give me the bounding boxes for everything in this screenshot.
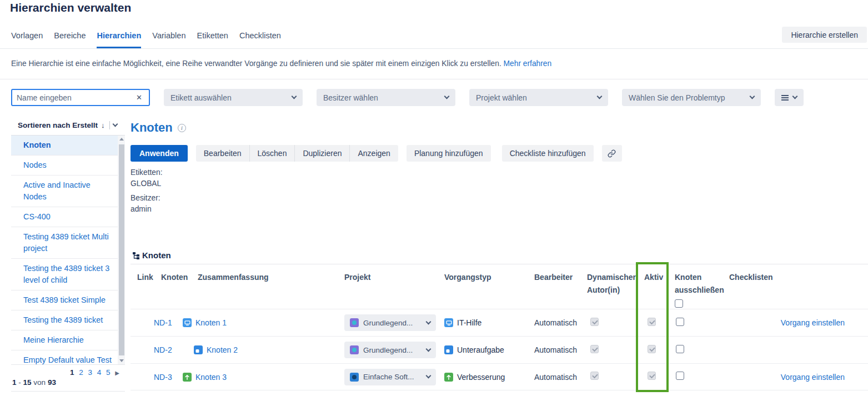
create-hierarchy-button[interactable]: Hierarchie erstellen — [782, 27, 867, 43]
label-filter-select[interactable]: Etikett auswählen — [164, 89, 303, 106]
sidebar-item-meine-hierarchie[interactable]: Meine Hierarchie — [11, 330, 118, 350]
col-exclude-line2: ausschließen — [675, 284, 729, 297]
arrow-down-icon[interactable]: ↓ — [101, 121, 105, 129]
assignee-cell: Automatisch — [534, 373, 587, 382]
delete-button[interactable]: Löschen — [249, 145, 295, 162]
improvement-icon — [183, 373, 192, 382]
sidebar-item-4389-ticket[interactable]: Testing the 4389 ticket — [11, 310, 118, 330]
hierarchy-list: Knoten Nodes Active and Inactive Nodes C… — [11, 136, 118, 364]
exclude-checkbox[interactable] — [676, 345, 684, 353]
chevron-down-icon — [292, 94, 297, 99]
range-sep: - — [18, 378, 21, 387]
dynamic-author-cell — [587, 318, 644, 328]
project-filter-select[interactable]: Projekt wählen — [469, 89, 608, 106]
tab-etiketten[interactable]: Etiketten — [197, 31, 228, 48]
label-filter-value: Etikett auswählen — [170, 93, 232, 102]
set-issue-link[interactable]: Vorgang einstellen — [781, 318, 845, 327]
range-start: 1 — [12, 378, 17, 387]
exclude-checkbox[interactable] — [676, 318, 684, 326]
owner-value: admin — [131, 205, 163, 214]
name-filter-input[interactable] — [17, 93, 134, 102]
page-4[interactable]: 4 — [97, 368, 102, 377]
chevron-down-icon — [597, 94, 603, 99]
node-name-link[interactable]: Knoten 3 — [195, 373, 227, 382]
copy-link-button[interactable] — [602, 145, 622, 162]
chevron-down-icon — [750, 94, 755, 99]
sidebar-item-knoten[interactable]: Knoten — [11, 136, 118, 156]
issuetype-cell: Verbesserung — [444, 373, 534, 382]
checklist-cell: Vorgang einstellen — [729, 372, 868, 382]
project-cell: Einfache Soft... — [344, 369, 444, 385]
issuetype-cell: Unteraufgabe — [444, 345, 534, 354]
sidebar-item-4389-simple[interactable]: Test 4389 ticket Simple — [11, 290, 118, 310]
show-button[interactable]: Anzeigen — [349, 145, 398, 162]
project-select[interactable]: Grundlegend... — [344, 342, 436, 358]
tab-variablen[interactable]: Variablen — [152, 31, 185, 48]
sidebar-item-cs400[interactable]: CS-400 — [11, 207, 118, 227]
sidebar-item-active-inactive[interactable]: Active and Inactive Nodes — [11, 176, 118, 207]
col-issuetype: Vorgangstyp — [444, 264, 534, 312]
issuetype-cell: IT-Hilfe — [444, 318, 534, 327]
node-key-link[interactable]: ND-1 — [154, 318, 183, 327]
chevron-down-icon — [792, 94, 798, 99]
sidebar-item-4389-multi[interactable]: Testing 4389 ticket Multi project — [11, 227, 118, 259]
page-3[interactable]: 3 — [88, 368, 92, 377]
duplicate-button[interactable]: Duplizieren — [294, 145, 349, 162]
issuetype-filter-select[interactable]: Wählen Sie den Problemtyp — [622, 89, 761, 106]
tab-bar: Vorlagen Bereiche Hierarchien Variablen … — [11, 31, 281, 48]
node-name-link[interactable]: Knoten 1 — [195, 318, 227, 327]
col-exclude: Knoten ausschließen — [675, 264, 729, 312]
labels-value: GLOBAL — [131, 179, 163, 188]
detail-meta: Etiketten: GLOBAL Besitzer: admin — [131, 168, 163, 216]
filter-bar: ✕ Etikett auswählen Besitzer wählen Proj… — [11, 89, 804, 106]
page-1[interactable]: 1 — [70, 368, 74, 377]
sidebar-item-nodes[interactable]: Nodes — [11, 156, 118, 176]
view-options-button[interactable] — [775, 89, 804, 106]
scrollbar-thumb[interactable] — [119, 144, 124, 355]
add-checklist-button[interactable]: Checkliste hinzufügen — [502, 145, 594, 162]
apply-button[interactable]: Anwenden — [131, 145, 188, 162]
sidebar-item-empty-default[interactable]: Empty Default value Test — [11, 350, 118, 364]
owner-filter-select[interactable]: Besitzer wählen — [317, 89, 455, 106]
play-arrow-icon[interactable]: ▶ — [115, 370, 119, 376]
col-link: Link — [137, 264, 161, 312]
set-issue-link[interactable]: Vorgang einstellen — [781, 373, 845, 382]
col-assignee: Bearbeiter — [534, 264, 587, 312]
chain-link-icon — [608, 149, 616, 158]
exclude-cell — [675, 372, 729, 382]
detail-header: Knoten i — [131, 121, 186, 135]
exclude-checkbox[interactable] — [676, 372, 684, 380]
scroll-down-icon[interactable] — [119, 359, 124, 362]
chevron-down-icon[interactable] — [112, 122, 118, 127]
nodes-table: Knoten Link Knoten Zusammenfassung Proje… — [131, 247, 868, 390]
sidebar-item-4389-3level[interactable]: Testing the 4389 ticket 3 level of child — [11, 259, 118, 290]
add-planning-button[interactable]: Planung hinzufügen — [407, 145, 491, 162]
table-section-title: Knoten — [142, 250, 171, 260]
page-5[interactable]: 5 — [106, 368, 111, 377]
issuetype-filter-value: Wählen Sie den Problemtyp — [629, 93, 725, 102]
project-select[interactable]: Einfache Soft... — [344, 369, 436, 385]
dynamic-author-checkbox — [590, 345, 599, 353]
subtask-icon — [194, 345, 203, 354]
clear-x-icon[interactable]: ✕ — [134, 93, 144, 102]
dynamic-author-cell — [587, 345, 644, 355]
tab-hierarchien[interactable]: Hierarchien — [97, 31, 141, 48]
learn-more-link[interactable]: Mehr erfahren — [504, 59, 552, 68]
tab-bereiche[interactable]: Bereiche — [54, 31, 86, 48]
dynamic-author-checkbox — [590, 372, 599, 380]
project-select[interactable]: Grundlegend... — [344, 314, 436, 331]
exclude-all-checkbox[interactable] — [675, 299, 683, 308]
page-2[interactable]: 2 — [79, 368, 83, 377]
tabbar-divider — [0, 48, 868, 49]
tab-checklisten[interactable]: Checklisten — [239, 31, 281, 48]
node-name-link[interactable]: Knoten 2 — [207, 345, 238, 354]
info-icon[interactable]: i — [178, 124, 186, 132]
node-key-link[interactable]: ND-3 — [154, 373, 183, 382]
sort-control[interactable]: Sortieren nach Erstellt ↓ — [11, 116, 125, 136]
page-title: Hierarchien verwalten — [10, 1, 131, 14]
scroll-up-icon[interactable] — [119, 138, 124, 141]
edit-button[interactable]: Bearbeiten — [196, 145, 249, 162]
node-key-link[interactable]: ND-2 — [154, 345, 183, 354]
tab-vorlagen[interactable]: Vorlagen — [11, 31, 43, 48]
sidebar-scrollbar[interactable] — [118, 136, 125, 364]
